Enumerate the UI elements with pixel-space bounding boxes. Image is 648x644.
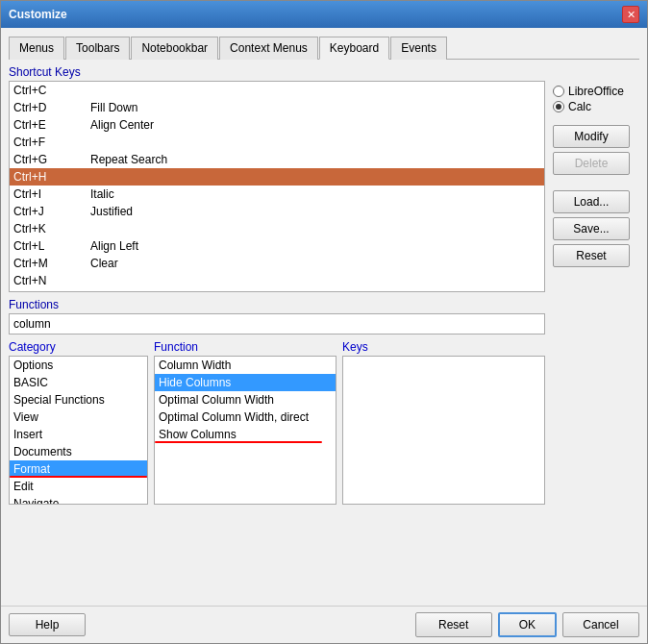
radio-group: LibreOffice Calc	[553, 85, 639, 113]
category-view[interactable]: View	[10, 409, 147, 426]
tab-toolbars[interactable]: Toolbars	[65, 37, 130, 60]
keys-list[interactable]	[342, 356, 545, 505]
function-column-width[interactable]: Column Width	[155, 357, 336, 374]
functions-search-input[interactable]	[9, 313, 545, 334]
three-column-area: Category Options BASIC Special Functions…	[9, 340, 545, 598]
footer: Help Reset OK Cancel	[1, 606, 647, 643]
tab-menus[interactable]: Menus	[9, 37, 64, 60]
function-hide-columns[interactable]: Hide Columns	[155, 374, 336, 391]
shortcut-item-ctrle[interactable]: Ctrl+E Align Center	[10, 116, 544, 134]
load-button[interactable]: Load...	[553, 190, 630, 213]
category-special-functions[interactable]: Special Functions	[10, 391, 147, 409]
shortcut-item-ctrlg[interactable]: Ctrl+G Repeat Search	[10, 151, 544, 168]
function-list[interactable]: Column Width Hide Columns Optimal Column…	[154, 356, 336, 505]
shortcut-item-ctrln[interactable]: Ctrl+N	[10, 272, 544, 289]
reset-button[interactable]: Reset	[415, 612, 492, 637]
shortcut-item-ctrlk[interactable]: Ctrl+K	[10, 220, 544, 237]
radio-libreoffice-label: LibreOffice	[568, 85, 624, 98]
main-layout: Shortcut Keys Ctrl+C Ctrl+D Fill Down	[9, 65, 639, 598]
shortcut-item-ctrll[interactable]: Ctrl+L Align Left	[10, 237, 544, 255]
shortcut-item-ctrli[interactable]: Ctrl+I Italic	[10, 186, 544, 203]
tabs-bar: Menus Toolbars Notebookbar Context Menus…	[9, 36, 639, 60]
category-options[interactable]: Options	[10, 357, 147, 374]
shortcut-item-ctrlc[interactable]: Ctrl+C	[10, 82, 544, 99]
category-basic[interactable]: BASIC	[10, 374, 147, 391]
window-title: Customize	[9, 8, 67, 21]
tab-events[interactable]: Events	[390, 37, 447, 60]
right-panel: LibreOffice Calc Modify Delete Load... S…	[553, 65, 639, 598]
category-format[interactable]: Format	[10, 460, 147, 478]
content-area: Menus Toolbars Notebookbar Context Menus…	[1, 28, 647, 606]
shortcut-item-ctrlf[interactable]: Ctrl+F	[10, 134, 544, 151]
functions-section: Functions	[9, 298, 545, 334]
keys-column: Keys	[342, 340, 545, 598]
radio-calc-circle[interactable]	[553, 101, 564, 112]
title-bar: Customize ✕	[1, 1, 647, 28]
category-navigate[interactable]: Navigate	[10, 495, 147, 505]
tab-notebookbar[interactable]: Notebookbar	[131, 37, 218, 60]
customize-window: Customize ✕ Menus Toolbars Notebookbar C…	[0, 0, 648, 644]
category-documents[interactable]: Documents	[10, 443, 147, 460]
footer-right: Reset OK Cancel	[415, 612, 639, 637]
modify-button[interactable]: Modify	[553, 125, 630, 148]
radio-calc-label: Calc	[568, 100, 591, 113]
save-button[interactable]: Save...	[553, 217, 630, 240]
help-button[interactable]: Help	[9, 613, 86, 636]
radio-libreoffice-circle[interactable]	[553, 86, 564, 97]
ok-button[interactable]: OK	[498, 612, 557, 637]
function-header: Function	[154, 340, 336, 354]
shortcut-list[interactable]: Ctrl+C Ctrl+D Fill Down Ctrl+E Align Cen…	[9, 81, 545, 292]
category-edit[interactable]: Edit	[10, 478, 147, 495]
shortcut-keys-label: Shortcut Keys	[9, 65, 545, 79]
functions-label: Functions	[9, 298, 545, 311]
category-header: Category	[9, 340, 148, 354]
function-column: Function Column Width Hide Columns Optim…	[154, 340, 336, 598]
category-insert[interactable]: Insert	[10, 426, 147, 443]
keys-header: Keys	[342, 340, 545, 354]
radio-libreoffice[interactable]: LibreOffice	[553, 85, 639, 98]
shortcut-item-ctrlh[interactable]: Ctrl+H	[10, 168, 544, 186]
reset-top-button[interactable]: Reset	[553, 244, 630, 267]
close-button[interactable]: ✕	[622, 6, 639, 23]
left-panel: Shortcut Keys Ctrl+C Ctrl+D Fill Down	[9, 65, 545, 598]
shortcut-item-ctrlj[interactable]: Ctrl+J Justified	[10, 203, 544, 220]
tab-keyboard[interactable]: Keyboard	[319, 37, 389, 60]
category-list[interactable]: Options BASIC Special Functions View Ins…	[9, 356, 148, 505]
shortcut-keys-section: Shortcut Keys Ctrl+C Ctrl+D Fill Down	[9, 65, 545, 292]
tab-context-menus[interactable]: Context Menus	[219, 37, 318, 60]
shortcut-item-ctrlm[interactable]: Ctrl+M Clear	[10, 255, 544, 272]
delete-button[interactable]: Delete	[553, 152, 630, 175]
cancel-button[interactable]: Cancel	[562, 612, 639, 637]
function-show-columns[interactable]: Show Columns	[155, 426, 336, 443]
radio-calc[interactable]: Calc	[553, 100, 639, 113]
function-optimal-column-width-direct[interactable]: Optimal Column Width, direct	[155, 409, 336, 426]
category-column: Category Options BASIC Special Functions…	[9, 340, 148, 598]
function-optimal-column-width[interactable]: Optimal Column Width	[155, 391, 336, 409]
shortcut-item-ctrld[interactable]: Ctrl+D Fill Down	[10, 99, 544, 116]
